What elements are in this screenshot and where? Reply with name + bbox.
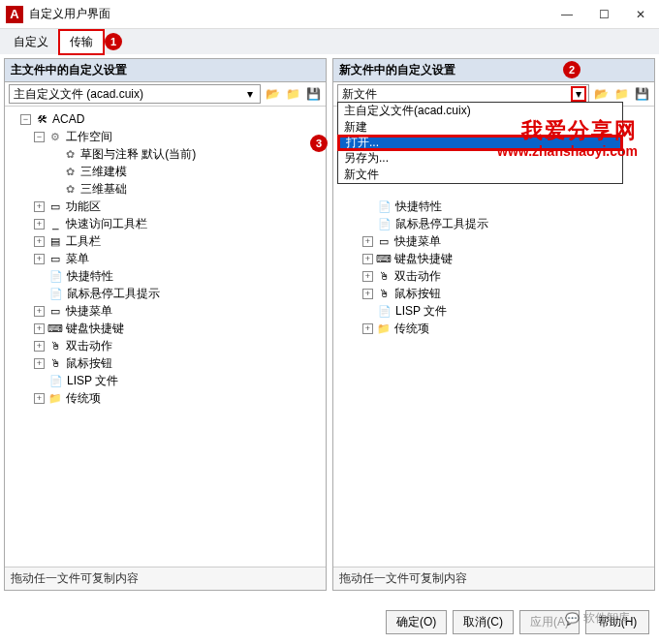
window-title: 自定义用户界面 [29, 6, 549, 22]
tree-item[interactable]: 键盘快捷键 [392, 251, 453, 267]
expand-icon[interactable]: + [362, 271, 373, 282]
wechat-icon: 💬 [565, 612, 580, 626]
collapse-icon[interactable]: − [34, 132, 45, 142]
tab-transfer[interactable]: 传输 [58, 29, 105, 55]
expand-icon[interactable]: + [34, 358, 45, 369]
tab-customize[interactable]: 自定义 [4, 31, 58, 53]
tree-item[interactable]: 鼠标按钮 [392, 286, 441, 302]
right-panel-header: 新文件中的自定义设置 [333, 59, 654, 82]
right-file-dropdown[interactable]: 新文件 ▾ [337, 84, 589, 104]
left-panel-header: 主文件中的自定义设置 [5, 59, 326, 82]
expand-icon[interactable]: + [34, 201, 45, 212]
left-panel-footer: 拖动任一文件可复制内容 [5, 567, 326, 590]
tree-item[interactable]: 草图与注释 默认(当前) [78, 146, 196, 163]
tree-item[interactable]: 菜单 [64, 251, 89, 267]
expand-icon[interactable]: + [362, 236, 373, 247]
left-toolbar: 主自定义文件 (acad.cuix) ▾ 📂 📁 💾 [5, 82, 326, 107]
new-folder-icon[interactable]: 📁 [612, 85, 630, 103]
tree-workspace[interactable]: 工作空间 [64, 129, 112, 145]
expand-icon[interactable]: + [34, 219, 45, 230]
wechat-watermark: 💬 软件智库 [565, 610, 630, 627]
tree-item[interactable]: 功能区 [64, 199, 101, 215]
left-file-dropdown[interactable]: 主自定义文件 (acad.cuix) ▾ [9, 84, 261, 104]
tree-item[interactable]: 双击动作 [64, 338, 112, 354]
tree-item[interactable]: 快捷特性 [393, 199, 442, 215]
callout-3: 3 [310, 135, 328, 152]
expand-icon[interactable]: + [34, 341, 45, 352]
left-panel: 主文件中的自定义设置 主自定义文件 (acad.cuix) ▾ 📂 📁 💾 −🛠… [4, 58, 327, 591]
close-button[interactable]: ✕ [622, 0, 659, 29]
tree-item[interactable]: 键盘快捷键 [64, 321, 124, 337]
left-dropdown-value: 主自定义文件 (acad.cuix) [14, 86, 143, 103]
tree-item[interactable]: 三维建模 [78, 164, 127, 180]
expand-icon[interactable]: + [362, 289, 373, 299]
expand-icon[interactable]: + [362, 254, 373, 264]
tree-root: −🛠ACAD [7, 110, 324, 128]
collapse-icon[interactable]: − [20, 114, 31, 125]
tree-item[interactable]: 鼠标按钮 [64, 355, 112, 372]
right-dropdown-value: 新文件 [342, 86, 377, 103]
tree-item[interactable]: 快捷菜单 [392, 233, 441, 250]
left-tree[interactable]: −🛠ACAD −⚙工作空间 ✿草图与注释 默认(当前) ✿三维建模 ✿三维基础 … [5, 107, 326, 567]
watermark-text: 我爱分享网 [521, 116, 638, 145]
maximize-button[interactable]: ☐ [585, 0, 622, 29]
expand-icon[interactable]: + [34, 323, 45, 334]
expand-icon[interactable]: + [34, 306, 45, 317]
ok-button[interactable]: 确定(O) [386, 610, 447, 634]
new-folder-icon[interactable]: 📁 [284, 85, 301, 103]
watermark-url: www.zhanshaoyi.com [497, 143, 638, 159]
chevron-down-icon: ▾ [242, 86, 258, 102]
open-folder-icon[interactable]: 📂 [592, 85, 610, 103]
save-icon[interactable]: 💾 [304, 85, 322, 103]
chevron-down-icon: ▾ [571, 86, 586, 102]
tree-item[interactable]: 快速访问工具栏 [64, 216, 147, 232]
callout-2: 2 [563, 61, 581, 78]
dropdown-item[interactable]: 新文件 [338, 167, 622, 183]
tree-item[interactable]: 快捷特性 [65, 268, 113, 285]
cancel-button[interactable]: 取消(C) [453, 610, 514, 634]
titlebar: A 自定义用户界面 ― ☐ ✕ [0, 0, 659, 29]
tree-item[interactable]: 鼠标悬停工具提示 [65, 286, 160, 302]
tree-item[interactable]: 三维基础 [78, 181, 127, 198]
tree-item[interactable]: 工具栏 [64, 233, 101, 250]
open-folder-icon[interactable]: 📂 [264, 85, 281, 103]
tree-item[interactable]: 鼠标悬停工具提示 [393, 216, 488, 232]
tree-item[interactable]: 传统项 [392, 321, 429, 337]
tree-item[interactable]: 双击动作 [392, 268, 441, 285]
expand-icon[interactable]: + [34, 254, 45, 264]
expand-icon[interactable]: + [362, 323, 373, 334]
minimize-button[interactable]: ― [549, 0, 585, 29]
expand-icon[interactable]: + [34, 236, 45, 247]
right-panel-footer: 拖动任一文件可复制内容 [333, 567, 654, 590]
tree-item[interactable]: LISP 文件 [393, 303, 447, 320]
tab-bar: 自定义 传输 1 [0, 29, 659, 54]
expand-icon[interactable]: + [34, 393, 45, 404]
save-icon[interactable]: 💾 [633, 85, 650, 103]
tree-item[interactable]: 传统项 [64, 390, 101, 407]
tree-item[interactable]: 快捷菜单 [64, 303, 112, 320]
app-logo-icon: A [6, 6, 23, 23]
callout-1: 1 [105, 33, 122, 50]
tree-item[interactable]: LISP 文件 [65, 373, 118, 389]
